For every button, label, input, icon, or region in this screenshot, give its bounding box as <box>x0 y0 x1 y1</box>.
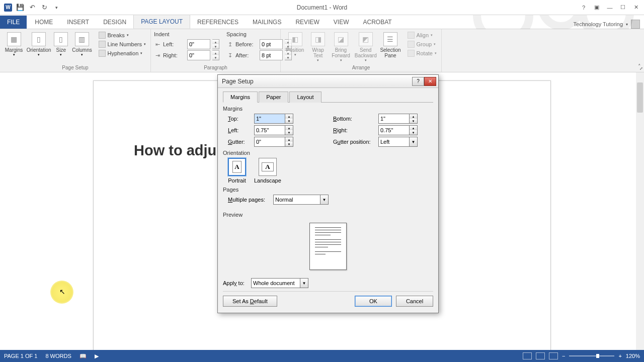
zoom-out-icon[interactable]: − <box>562 353 565 359</box>
apply-to-select[interactable] <box>251 278 300 288</box>
orientation-icon: ▯ <box>32 32 46 46</box>
send-backward-button[interactable]: ◩Send Backward▾ <box>354 31 377 63</box>
margins-button[interactable]: ▦Margins▾ <box>3 31 25 58</box>
spacing-before-icon: ↥ <box>226 41 233 48</box>
position-button[interactable]: ◧Position▾ <box>284 31 306 58</box>
preview-page <box>309 223 347 270</box>
tab-review[interactable]: REVIEW <box>288 16 326 29</box>
status-page[interactable]: PAGE 1 OF 1 <box>4 353 37 359</box>
tab-page-layout[interactable]: PAGE LAYOUT <box>133 15 190 29</box>
ok-button[interactable]: OK <box>355 296 392 307</box>
breaks-button[interactable]: Breaks▾ <box>97 31 147 39</box>
page-setup-dialog: Page Setup ? ✕ Margins Paper Layout Marg… <box>217 74 439 313</box>
zoom-in-icon[interactable]: + <box>618 353 621 359</box>
view-web-layout[interactable] <box>549 352 558 359</box>
dialog-titlebar[interactable]: Page Setup ? ✕ <box>218 75 438 88</box>
margin-top-input[interactable] <box>254 114 285 124</box>
send-backward-icon: ◩ <box>359 32 373 46</box>
vertical-scrollbar[interactable] <box>636 72 644 350</box>
scrollbar-thumb[interactable] <box>637 82 643 113</box>
gutter-position-dropdown-icon[interactable]: ▼ <box>410 137 418 147</box>
spacing-after-icon: ↧ <box>226 52 233 59</box>
margin-bottom-input[interactable] <box>378 114 410 124</box>
spacing-after-input[interactable] <box>260 50 283 60</box>
margin-right-input[interactable] <box>378 125 410 135</box>
tab-home[interactable]: HOME <box>28 16 60 29</box>
dialog-help-icon[interactable]: ? <box>412 77 424 86</box>
apply-to-dropdown-icon[interactable]: ▼ <box>300 278 308 288</box>
line-numbers-icon <box>99 41 106 48</box>
dialog-tab-margins[interactable]: Margins <box>223 92 258 103</box>
rotate-icon <box>408 50 415 57</box>
statusbar: PAGE 1 OF 1 8 WORDS 📖 ▶ − + 120% <box>0 350 644 362</box>
hyphenation-button[interactable]: Hyphenation▾ <box>97 49 147 57</box>
orientation-landscape[interactable]: A Landscape <box>254 158 281 184</box>
margin-left-label: Left: <box>223 127 254 133</box>
tab-acrobat[interactable]: ACROBAT <box>356 16 398 29</box>
multiple-pages-select[interactable] <box>273 195 320 205</box>
tab-design[interactable]: DESIGN <box>96 16 133 29</box>
dialog-tab-layout[interactable]: Layout <box>289 92 321 103</box>
selection-pane-button[interactable]: ☰Selection Pane <box>379 31 401 59</box>
ribbon-tabs: FILE HOME INSERT DESIGN PAGE LAYOUT REFE… <box>0 15 644 29</box>
zoom-slider[interactable] <box>569 355 614 356</box>
status-macro-icon[interactable]: ▶ <box>95 353 99 359</box>
wrap-text-button[interactable]: ◨Wrap Text▾ <box>308 31 328 63</box>
zoom-thumb[interactable] <box>596 354 599 358</box>
margins-icon: ▦ <box>7 32 21 46</box>
group-button[interactable]: Group▾ <box>406 40 438 48</box>
spacing-before-input[interactable] <box>260 39 283 49</box>
indent-right-input[interactable] <box>187 50 210 60</box>
margin-top-spinner[interactable]: ▲▼ <box>285 114 293 124</box>
columns-button[interactable]: ▥Columns▾ <box>71 31 93 58</box>
preview-section-label: Preview <box>223 212 433 218</box>
orientation-portrait[interactable]: A Portrait <box>228 158 246 184</box>
margins-section: Margins Top:▲▼ Bottom:▲▼ Left:▲▼ Right:▲… <box>223 106 433 147</box>
collapse-ribbon-icon[interactable]: ˄ <box>638 63 641 70</box>
tab-file[interactable]: FILE <box>0 16 27 29</box>
columns-icon: ▥ <box>75 32 89 46</box>
pages-section: Pages Multiple pages:▼ <box>223 187 433 205</box>
user-account[interactable]: Technology Tutoring ▾ <box>574 20 644 29</box>
view-print-layout[interactable] <box>536 352 545 359</box>
line-numbers-button[interactable]: Line Numbers▾ <box>97 40 147 48</box>
set-default-button[interactable]: Set As Default <box>223 296 277 307</box>
size-icon: ▯ <box>54 32 68 46</box>
margin-bottom-spinner[interactable]: ▲▼ <box>410 114 418 124</box>
orientation-button[interactable]: ▯Orientation▾ <box>27 31 51 58</box>
gutter-position-select[interactable] <box>378 137 410 147</box>
margin-left-spinner[interactable]: ▲▼ <box>285 125 293 135</box>
margin-right-spinner[interactable]: ▲▼ <box>410 125 418 135</box>
group-label-arrange: Arrange <box>284 64 438 72</box>
zoom-level[interactable]: 120% <box>626 353 640 359</box>
indent-label: Indent <box>154 31 219 37</box>
group-arrange: ◧Position▾ ◨Wrap Text▾ ◪Bring Forward▾ ◩… <box>281 29 442 72</box>
dialog-close-icon[interactable]: ✕ <box>424 77 436 86</box>
status-proofing-icon[interactable]: 📖 <box>79 353 87 359</box>
status-words[interactable]: 8 WORDS <box>45 353 71 359</box>
tab-insert[interactable]: INSERT <box>60 16 96 29</box>
indent-left-input[interactable] <box>187 39 210 49</box>
gutter-input[interactable] <box>254 137 285 147</box>
indent-right-spinner[interactable]: ▲▼ <box>212 50 219 60</box>
tab-mailings[interactable]: MAILINGS <box>246 16 288 29</box>
margin-left-input[interactable] <box>254 125 285 135</box>
multiple-pages-dropdown-icon[interactable]: ▼ <box>320 195 329 205</box>
window-title: Document1 - Word <box>0 4 644 11</box>
dialog-tab-paper[interactable]: Paper <box>259 92 288 103</box>
indent-left-spinner[interactable]: ▲▼ <box>212 39 219 49</box>
group-page-setup: ▦Margins▾ ▯Orientation▾ ▯Size▾ ▥Columns▾… <box>0 29 151 72</box>
tab-view[interactable]: VIEW <box>327 16 356 29</box>
titlebar: W 💾 ↶ ↻ ▾ Document1 - Word ? ▣ — ☐ ✕ <box>0 0 644 15</box>
gutter-spinner[interactable]: ▲▼ <box>285 137 293 147</box>
group-paragraph: Indent ⇤Left:▲▼ ⇥Right:▲▼ Spacing ↥Befor… <box>151 29 281 72</box>
size-button[interactable]: ▯Size▾ <box>53 31 69 58</box>
position-icon: ◧ <box>288 32 302 46</box>
tab-references[interactable]: REFERENCES <box>190 16 246 29</box>
bring-forward-button[interactable]: ◪Bring Forward▾ <box>330 31 352 63</box>
pages-section-label: Pages <box>223 187 433 193</box>
view-read-mode[interactable] <box>523 352 532 359</box>
rotate-button[interactable]: Rotate▾ <box>406 49 438 57</box>
cancel-button[interactable]: Cancel <box>396 296 433 307</box>
align-button[interactable]: Align▾ <box>406 31 438 39</box>
